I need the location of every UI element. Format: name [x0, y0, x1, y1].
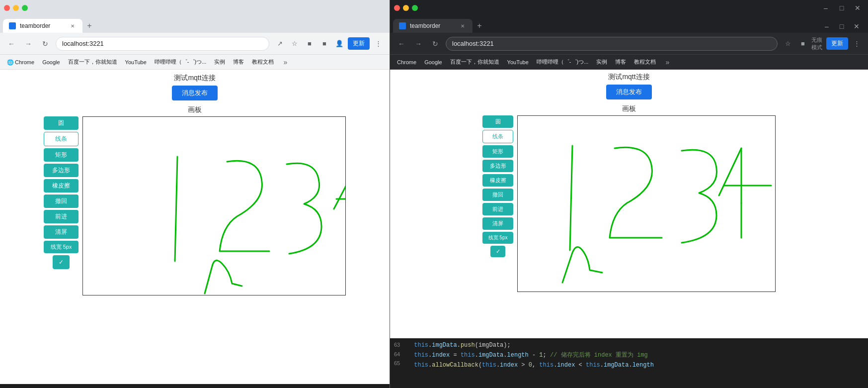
right-mqtt-title: 测试mqtt连接: [608, 73, 649, 82]
left-linewidth-btn[interactable]: 线宽 5px: [44, 241, 79, 253]
left-tool-redo[interactable]: 前进: [44, 210, 79, 223]
left-update-btn[interactable]: 更新: [348, 37, 370, 50]
left-code-line-1: channel: null,: [0, 386, 390, 388]
right-bm-bilibili-label: 哔哩哔哩（゜-゜)つ...: [537, 58, 589, 66]
right-star-icon[interactable]: ☆: [782, 37, 794, 50]
right-nav-min[interactable]: –: [820, 20, 833, 33]
right-code-line-63: this.imgData.push(imgData);: [410, 340, 868, 350]
left-bm-google[interactable]: Google: [39, 58, 63, 67]
left-bm-shili[interactable]: 实例: [211, 57, 228, 67]
right-bm-chrome-label: Chrome: [397, 59, 416, 65]
right-tool-clear[interactable]: 清屏: [482, 217, 513, 230]
left-active-tab[interactable]: teamborder ✕: [3, 19, 82, 33]
right-min-window-btn[interactable]: –: [819, 1, 832, 14]
right-tool-polygon[interactable]: 多边形: [482, 160, 513, 172]
right-bm-shili-label: 实例: [596, 58, 607, 66]
right-tool-rect[interactable]: 矩形: [482, 145, 513, 158]
right-close-window-btn[interactable]: ✕: [851, 1, 864, 14]
right-bookmark-icon[interactable]: ■: [796, 37, 809, 50]
left-tool-clear[interactable]: 清屏: [44, 225, 79, 239]
left-maximize-btn[interactable]: [22, 5, 28, 11]
right-bm-youtube-label: YouTube: [507, 59, 529, 65]
right-linewidth-btn[interactable]: 线宽 5px: [482, 232, 513, 244]
right-tab-close[interactable]: ✕: [459, 22, 467, 30]
left-close-btn[interactable]: [4, 5, 10, 11]
left-shield-icon[interactable]: ■: [318, 37, 331, 50]
right-bm-baidu-label: 百度一下，你就知道: [450, 58, 499, 66]
right-close-btn[interactable]: [394, 5, 400, 11]
left-drawing-canvas[interactable]: [82, 116, 346, 295]
left-reload-btn[interactable]: ↻: [39, 37, 52, 50]
right-tool-eraser[interactable]: 橡皮擦: [482, 174, 513, 187]
right-bm-baidu[interactable]: 百度一下，你就知道: [447, 57, 502, 67]
right-bm-docs[interactable]: 教程文档: [631, 57, 659, 67]
right-tabs-bar: teamborder ✕ + – □ ✕: [390, 16, 868, 33]
left-tool-eraser[interactable]: 橡皮擦: [44, 179, 79, 193]
left-tool-undo[interactable]: 撤回: [44, 194, 79, 208]
left-tab-close[interactable]: ✕: [69, 22, 77, 30]
right-menu-icon[interactable]: ⋮: [850, 37, 863, 50]
left-publish-btn[interactable]: 消息发布: [172, 86, 218, 100]
right-nav-close[interactable]: ✕: [850, 20, 863, 33]
right-drawing-canvas[interactable]: [517, 115, 776, 292]
right-update-btn[interactable]: 更新: [826, 37, 848, 50]
right-tool-redo[interactable]: 前进: [482, 203, 513, 215]
right-tool-line[interactable]: 线条: [482, 130, 513, 143]
left-title-bar: [0, 0, 390, 16]
left-bm-bilibili-label: 哔哩哔哩（゜-゜)つ...: [155, 58, 207, 66]
left-bm-docs[interactable]: 教程文档: [249, 57, 277, 67]
left-tool-line[interactable]: 线条: [44, 132, 79, 146]
right-back-btn[interactable]: ←: [395, 37, 408, 50]
left-bm-more-icon[interactable]: »: [279, 56, 292, 69]
right-code-area: 63 64 65 this.imgData.push(imgData);: [390, 338, 868, 388]
right-forward-btn[interactable]: →: [412, 37, 425, 50]
right-bm-chrome[interactable]: Chrome: [394, 58, 419, 67]
left-new-tab-btn[interactable]: +: [82, 19, 96, 33]
right-maximize-btn[interactable]: [412, 5, 418, 11]
left-share-icon[interactable]: ↗: [273, 37, 286, 50]
right-max-window-btn[interactable]: □: [835, 1, 848, 14]
left-bm-baidu[interactable]: 百度一下，你就知道: [65, 57, 120, 67]
right-bm-shili[interactable]: 实例: [593, 57, 610, 67]
left-profile-icon[interactable]: 👤: [333, 37, 346, 50]
left-forward-btn[interactable]: →: [22, 37, 35, 50]
right-bm-blog[interactable]: 博客: [612, 57, 629, 67]
right-bm-more-icon[interactable]: »: [661, 56, 674, 69]
right-url-input[interactable]: [446, 37, 778, 51]
left-tool-panel: 圆 线条 矩形 多边形 橡皮擦 撤回 前进 清屏 线宽 5px ✓: [44, 116, 79, 269]
right-bm-youtube[interactable]: YouTube: [504, 58, 532, 67]
left-url-input[interactable]: [56, 37, 269, 51]
right-profile-icon[interactable]: 无痕模式: [811, 37, 824, 50]
right-reload-btn[interactable]: ↻: [429, 37, 442, 50]
right-nav-max[interactable]: □: [835, 20, 848, 33]
right-bm-bilibili[interactable]: 哔哩哔哩（゜-゜)つ...: [534, 57, 592, 67]
left-bm-blog[interactable]: 博客: [230, 57, 247, 67]
left-bm-chrome[interactable]: 🌐 Chrome: [4, 58, 37, 67]
left-bm-blog-label: 博客: [233, 58, 244, 66]
right-bm-google[interactable]: Google: [421, 58, 445, 67]
right-publish-btn[interactable]: 消息发布: [606, 85, 652, 99]
left-menu-icon[interactable]: ⋮: [372, 37, 385, 50]
right-new-tab-btn[interactable]: +: [473, 19, 486, 33]
right-tool-undo[interactable]: 撤回: [482, 189, 513, 201]
left-mqtt-title: 测试mqtt连接: [174, 74, 215, 83]
left-tool-circle[interactable]: 圆: [44, 116, 79, 130]
left-check-btn[interactable]: ✓: [53, 255, 70, 269]
right-bm-google-label: Google: [424, 59, 442, 65]
left-back-btn[interactable]: ←: [5, 37, 18, 50]
left-tool-rect[interactable]: 矩形: [44, 148, 79, 162]
left-star-icon[interactable]: ☆: [288, 37, 301, 50]
right-check-btn[interactable]: ✓: [490, 246, 505, 257]
left-tool-polygon[interactable]: 多边形: [44, 164, 79, 177]
left-minimize-btn[interactable]: [13, 5, 19, 11]
left-bm-youtube[interactable]: YouTube: [122, 58, 150, 67]
right-active-tab[interactable]: teamborder ✕: [393, 19, 473, 33]
right-tab-favicon: [399, 22, 406, 29]
left-extensions-icon[interactable]: ■: [303, 37, 316, 50]
left-bm-baidu-label: 百度一下，你就知道: [68, 58, 117, 66]
left-bm-bilibili[interactable]: 哔哩哔哩（゜-゜)つ...: [152, 57, 210, 67]
right-tool-circle[interactable]: 圆: [482, 115, 513, 128]
left-browser-window: teamborder ✕ + ← → ↻ ↗ ☆ ■ ■ 👤 更新 ⋮ 🌐 Ch…: [0, 0, 390, 388]
left-bm-chrome-icon: 🌐: [7, 59, 13, 65]
right-minimize-btn[interactable]: [403, 5, 409, 11]
